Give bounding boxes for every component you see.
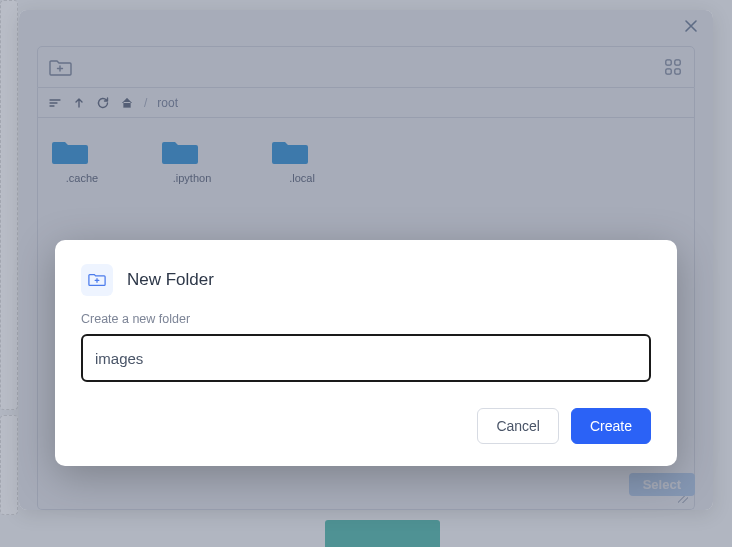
modal-actions: Cancel Create	[81, 408, 651, 444]
modal-header: New Folder	[81, 264, 651, 296]
create-button[interactable]: Create	[571, 408, 651, 444]
modal-overlay: / root .cache .ipython .local	[0, 0, 732, 547]
modal-title: New Folder	[127, 270, 214, 290]
new-folder-modal: New Folder Create a new folder Cancel Cr…	[55, 240, 677, 466]
folder-plus-icon	[88, 272, 106, 288]
file-browser-dialog: / root .cache .ipython .local	[19, 10, 713, 510]
cancel-button[interactable]: Cancel	[477, 408, 559, 444]
folder-name-input[interactable]	[81, 334, 651, 382]
modal-subtitle: Create a new folder	[81, 312, 651, 326]
modal-icon-wrap	[81, 264, 113, 296]
